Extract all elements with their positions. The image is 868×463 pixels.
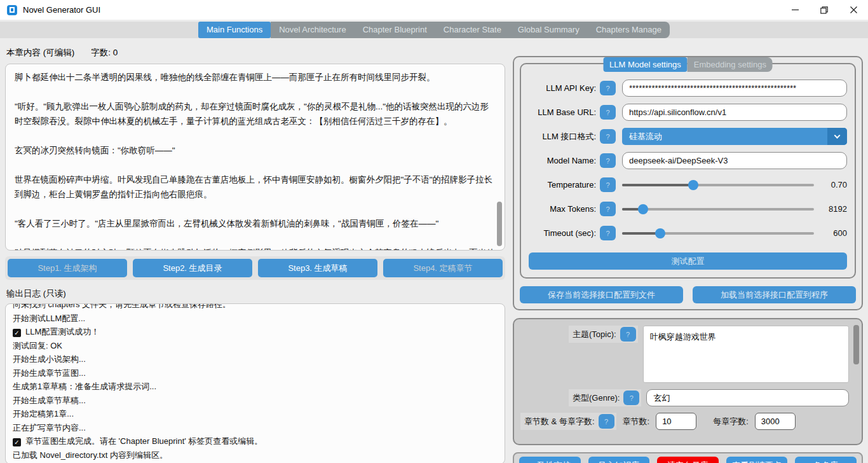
topic-input[interactable]: 叶枫穿越游戏世界 — [643, 326, 849, 383]
temperature-value: 0.70 — [822, 180, 847, 190]
log-line: LLM配置测试成功！ — [13, 325, 498, 339]
novel-panel-scrollbar[interactable] — [853, 325, 859, 364]
editor-scrollbar[interactable] — [497, 202, 502, 246]
genre-label: 类型(Genre): — [573, 392, 620, 404]
close-icon — [850, 6, 857, 13]
slider-thumb[interactable] — [638, 204, 648, 214]
api-key-help-button[interactable]: ? — [600, 81, 616, 95]
tab-main-functions[interactable]: Main Functions — [198, 22, 271, 38]
tab-novel-architecture[interactable]: Novel Architecture — [271, 22, 355, 38]
step3-generate-draft-button[interactable]: Step3. 生成草稿 — [258, 259, 377, 277]
minimize-icon — [792, 6, 799, 13]
temperature-help-button[interactable]: ? — [600, 177, 616, 192]
model-name-label: Model Name: — [529, 156, 596, 165]
interface-format-value: 硅基流动 — [629, 131, 662, 142]
words-per-chapter-label: 每章字数: — [713, 416, 749, 427]
word-count-label: 字数: 0 — [91, 47, 118, 59]
tab-chapter-blueprint[interactable]: Chapter Blueprint — [355, 22, 435, 38]
genre-input[interactable] — [646, 389, 849, 406]
max-tokens-label: Max Tokens: — [529, 204, 596, 214]
character-library-button[interactable]: 角色库 — [795, 457, 857, 463]
model-name-input[interactable] — [622, 152, 847, 169]
tab-global-summary[interactable]: Global Summary — [510, 22, 588, 38]
test-config-button[interactable]: 测试配置 — [529, 252, 847, 270]
tab-character-state[interactable]: Character State — [435, 22, 510, 38]
title-bar: Novel Generator GUI — [0, 0, 868, 20]
window-title: Novel Generator GUI — [23, 5, 100, 15]
words-per-chapter-input[interactable] — [755, 413, 796, 430]
editor-paragraph: 玄冥的冰刃突然转向镜面："你敢窃听——" — [15, 143, 496, 158]
editor-paragraph: "客人看了三小时了。"店主从里屋掀帘而出，左臂机械义体散发着新鲜机油的刺鼻味，"… — [15, 216, 496, 231]
maximize-button[interactable] — [810, 0, 839, 20]
load-config-button[interactable]: 加载当前选择接口配置到程序 — [693, 286, 856, 303]
interface-format-select[interactable]: 硅基流动 — [622, 128, 847, 145]
log-line: 生成第1章草稿：准备生成请求提示词... — [13, 380, 498, 394]
step4-finalize-chapter-button[interactable]: Step4. 定稿章节 — [383, 259, 503, 277]
consistency-review-button[interactable]: 一致性审校 — [519, 457, 581, 463]
base-url-help-button[interactable]: ? — [600, 105, 616, 120]
success-check-icon — [13, 438, 21, 446]
log-line: 开始生成章节草稿... — [13, 394, 498, 408]
step2-generate-directory-button[interactable]: Step2. 生成目录 — [133, 259, 252, 277]
output-log[interactable]: 尚未找到 chapters 文件夹，请先生成章节或检查保存路径。 开始测试LLM… — [5, 303, 505, 463]
settings-tabs: LLM Model settings Embedding settings — [603, 57, 773, 72]
restore-icon — [820, 6, 828, 14]
success-check-icon — [13, 329, 21, 337]
log-line: 正在扩写章节内容... — [13, 421, 498, 435]
editor-paragraph: 世界在镜面粉碎声中坍缩。叶风发现自己单膝跪在古董店地板上，怀中青铜匣安静如初。橱… — [15, 172, 496, 202]
editor-paragraph: 叶风摸到藏在袖口的时之砂，颗粒正在指尖跳动如活物。橱窗倒影里，他背后的空气浮现出… — [15, 245, 496, 251]
chapter-count-input[interactable] — [656, 413, 696, 430]
editor-label: 本章内容 (可编辑) — [6, 47, 74, 59]
interface-format-label: LLM 接口格式: — [529, 131, 596, 142]
bottom-actions-panel: 一致性审校 导入知识库 清空向量库 查看剧情要点 角色库 — [513, 452, 863, 463]
max-tokens-help-button[interactable]: ? — [600, 202, 616, 216]
main-tab-strip: Main Functions Novel Architecture Chapte… — [0, 22, 868, 38]
chevron-down-icon[interactable] — [827, 128, 847, 145]
topic-help-button[interactable]: ? — [620, 327, 636, 342]
tab-llm-model-settings[interactable]: LLM Model settings — [603, 57, 688, 72]
log-label: 输出日志 (只读) — [6, 288, 505, 300]
llm-config-inner: LLM Model settings Embedding settings LL… — [520, 63, 856, 279]
topic-label: 主题(Topic): — [573, 329, 616, 340]
temperature-slider[interactable] — [622, 176, 814, 193]
window-controls — [780, 0, 868, 20]
editor-paragraph: 脚卜都延伸出十二条半透明的因果线，唯独他的线全部缠在青铜匣上——而那匣子止在所有… — [15, 70, 496, 85]
slider-thumb[interactable] — [655, 228, 665, 238]
tab-embedding-settings[interactable]: Embedding settings — [688, 57, 773, 72]
editor-paragraph: "听好。"顾九歌弹出一枚人面鸮心脏制成的药丸，却在穿过镜面时腐化成灰，"你的灵根… — [15, 99, 496, 128]
timeout-label: Timeout (sec): — [529, 228, 596, 238]
step1-generate-architecture-button[interactable]: Step1. 生成架构 — [8, 259, 127, 277]
max-tokens-value: 8192 — [822, 204, 847, 214]
minimize-button[interactable] — [780, 0, 810, 20]
log-line: 开始测试LLM配置... — [13, 312, 498, 326]
api-key-input[interactable] — [622, 79, 847, 97]
base-url-label: LLM Base URL: — [529, 107, 596, 117]
log-line: 章节蓝图生成完成。请在 'Chapter Blueprint' 标签页查看或编辑… — [13, 434, 498, 448]
log-line: 开始生成章节蓝图... — [13, 366, 498, 380]
slider-thumb[interactable] — [688, 180, 698, 190]
max-tokens-slider[interactable] — [622, 200, 814, 218]
view-plot-points-button[interactable]: 查看剧情要点 — [726, 457, 788, 463]
log-line: 开始生成小说架构... — [13, 352, 498, 366]
genre-help-button[interactable]: ? — [623, 390, 639, 405]
clear-vector-store-button[interactable]: 清空向量库 — [657, 457, 719, 463]
step-buttons-row: Step1. 生成架构 Step2. 生成目录 Step3. 生成草稿 Step… — [5, 256, 505, 280]
timeout-help-button[interactable]: ? — [600, 226, 616, 240]
log-line: 已加载 Novel_directory.txt 内容到编辑区。 — [13, 448, 498, 462]
chapters-words-help-button[interactable]: ? — [599, 414, 614, 429]
chapter-content-editor[interactable]: 脚卜都延伸出十二条半透明的因果线，唯独他的线全部缠在青铜匣上——而那匣子止在所有… — [5, 64, 505, 251]
model-name-help-button[interactable]: ? — [600, 153, 616, 168]
log-line: 测试回复: OK — [13, 339, 498, 353]
import-knowledge-base-button[interactable]: 导入知识库 — [588, 457, 650, 463]
interface-format-help-button[interactable]: ? — [600, 129, 616, 144]
api-key-label: LLM API Key: — [529, 83, 596, 93]
tab-chapters-manage[interactable]: Chapters Manage — [588, 22, 670, 38]
temperature-label: Temperature: — [529, 180, 596, 190]
timeout-slider[interactable] — [622, 225, 814, 242]
log-line: 尚未找到 chapters 文件夹，请先生成章节或检查保存路径。 — [13, 303, 498, 312]
save-config-button[interactable]: 保存当前选择接口配置到文件 — [520, 286, 683, 303]
llm-config-panel: LLM Model settings Embedding settings LL… — [513, 56, 863, 310]
close-button[interactable] — [839, 0, 868, 20]
base-url-input[interactable] — [622, 104, 847, 121]
chapter-count-label: 章节数: — [623, 416, 650, 427]
